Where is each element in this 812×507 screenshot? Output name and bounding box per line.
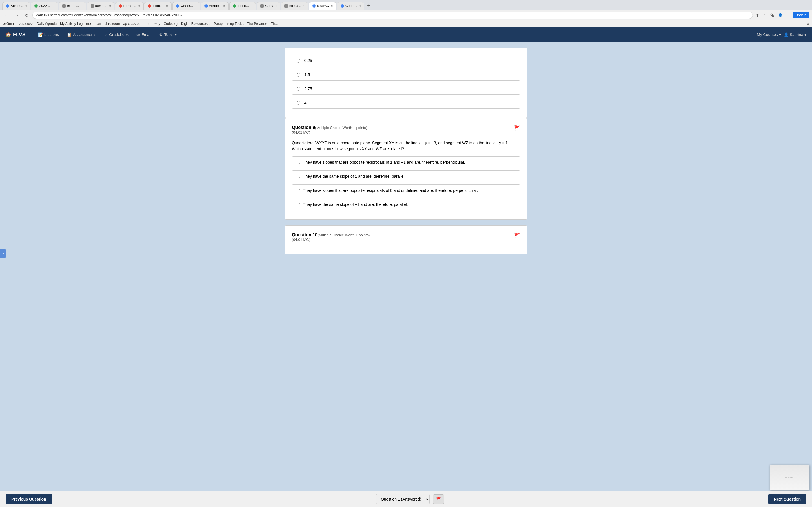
question-selector-area: Question 1 (Answered)Question 2Question …: [376, 494, 444, 504]
bookmark-preamble[interactable]: The Preamble | Th...: [247, 22, 278, 25]
q9-radio-d[interactable]: [297, 203, 300, 207]
bookmark-gmail[interactable]: ✉ Gmail: [3, 22, 15, 25]
tab-close-1[interactable]: ×: [25, 4, 27, 8]
tab-close-8[interactable]: ×: [223, 4, 225, 8]
bookmark-paraphrasing[interactable]: Paraphrasing Tool...: [214, 22, 244, 25]
q8-option-c[interactable]: -2.75: [292, 83, 520, 95]
tab-close-2[interactable]: ×: [52, 4, 54, 8]
q9-radio-b[interactable]: [297, 175, 300, 178]
q8-option-b[interactable]: -1.5: [292, 69, 520, 80]
q8-option-a[interactable]: -0.25: [292, 55, 520, 66]
browser-tab-10[interactable]: Copy ×: [257, 2, 280, 10]
my-courses-dropdown[interactable]: My Courses ▾: [757, 33, 781, 37]
tools-chevron-icon: ▾: [175, 33, 177, 37]
assessments-icon: 📋: [67, 33, 71, 37]
browser-tab-12[interactable]: Exam... ×: [309, 2, 336, 10]
q9-option-b[interactable]: They have the same slope of 1 and are, t…: [292, 170, 520, 182]
nav-email[interactable]: ✉ Email: [133, 27, 155, 42]
next-question-button[interactable]: Next Question: [768, 494, 806, 504]
browser-tab-9[interactable]: Florid... ×: [229, 2, 256, 10]
q9-radio-c[interactable]: [297, 189, 300, 192]
question-9-flag-icon[interactable]: 🚩: [514, 125, 520, 131]
nav-tools[interactable]: ⚙ Tools ▾: [155, 27, 181, 42]
browser-tab-3[interactable]: extrac... ×: [59, 2, 86, 10]
menu-icon[interactable]: ⋮: [785, 12, 791, 18]
nav-gradebook[interactable]: ✓ Gradebook: [100, 27, 133, 42]
q8-radio-a[interactable]: [297, 59, 300, 62]
share-icon[interactable]: ⬆: [755, 12, 760, 18]
question-10-flag-icon[interactable]: 🚩: [514, 232, 520, 238]
browser-tab-13[interactable]: Cours... ×: [337, 2, 364, 10]
browser-tab-5[interactable]: Born a... ×: [115, 2, 144, 10]
bookmark-activity-log[interactable]: My Activity Log: [60, 22, 83, 25]
browser-tab-8[interactable]: Acade... ×: [201, 2, 229, 10]
question-9-title: Question 9: [292, 125, 315, 130]
q9-radio-a[interactable]: [297, 161, 300, 164]
tab-close-12[interactable]: ×: [331, 4, 333, 8]
bookmark-digital-resources[interactable]: Digital Resources...: [181, 22, 210, 25]
bookmark-codeorg[interactable]: Code.org: [164, 22, 177, 25]
bookmarks-more[interactable]: »: [807, 22, 809, 25]
bookmark-ap-classroom[interactable]: ap classroom: [123, 22, 143, 25]
email-icon: ✉: [137, 33, 140, 37]
gmail-icon: ✉: [3, 22, 6, 25]
tab-close-11[interactable]: ×: [303, 4, 305, 8]
bookmark-veracross[interactable]: veracross: [18, 22, 33, 25]
q9-option-a[interactable]: They have slopes that are opposite recip…: [292, 156, 520, 168]
user-menu-dropdown[interactable]: 👤 Sabrina ▾: [784, 33, 806, 37]
q9-option-d[interactable]: They have the same slope of −1 and are, …: [292, 199, 520, 210]
q8-radio-b[interactable]: [297, 73, 300, 76]
address-input[interactable]: [33, 11, 753, 19]
nav-lessons[interactable]: 📝 Lessons: [34, 27, 63, 42]
q8-radio-c[interactable]: [297, 87, 300, 91]
q8-radio-d[interactable]: [297, 101, 300, 105]
update-button[interactable]: Update: [793, 12, 809, 18]
tab-close-13[interactable]: ×: [359, 4, 361, 8]
nav-right: My Courses ▾ 👤 Sabrina ▾: [757, 33, 806, 37]
nav-assessments[interactable]: 📋 Assessments: [63, 27, 100, 42]
user-chevron-icon: ▾: [804, 33, 806, 37]
tab-close-5[interactable]: ×: [138, 4, 140, 8]
flag-question-button[interactable]: 🚩: [433, 494, 444, 504]
question-9-text: Quadrilateral WXYZ is on a coordinate pl…: [292, 140, 520, 152]
bookmark-membean[interactable]: membean: [86, 22, 101, 25]
thumbnail-inner: Preview: [770, 465, 809, 490]
bookmark-mathway[interactable]: mathway: [147, 22, 160, 25]
reload-button[interactable]: ↻: [23, 12, 30, 18]
sidebar-toggle-button[interactable]: ▼: [0, 249, 6, 258]
user-icon: 👤: [784, 33, 789, 37]
main-content: -0.25 -1.5 -2.75 -4 Question 9(Multiple …: [279, 42, 533, 280]
back-button[interactable]: ←: [3, 12, 11, 18]
lessons-icon: 📝: [38, 33, 43, 37]
question-select[interactable]: Question 1 (Answered)Question 2Question …: [376, 494, 430, 504]
forward-button[interactable]: →: [13, 12, 21, 18]
app-brand[interactable]: 🏠 FLVS: [6, 32, 26, 38]
question-9-meta-points: (Multiple Choice Worth 1 points): [315, 126, 367, 130]
tab-close-3[interactable]: ×: [81, 4, 82, 8]
browser-toolbar-icons: ⬆ ☆ 🔌 👤 ⋮ Update: [755, 12, 809, 18]
tab-close-9[interactable]: ×: [251, 4, 252, 8]
tab-close-4[interactable]: ×: [109, 4, 110, 8]
address-bar: ← → ↻ ⬆ ☆ 🔌 👤 ⋮ Update: [0, 10, 812, 20]
question-10-header: Question 10(Multiple Choice Worth 1 poin…: [292, 232, 520, 245]
browser-tab-7[interactable]: Classr... ×: [172, 2, 200, 10]
q9-option-c[interactable]: They have slopes that are opposite recip…: [292, 184, 520, 196]
tab-close-6[interactable]: ×: [166, 4, 168, 8]
browser-tab-11[interactable]: no sla... ×: [281, 2, 308, 10]
new-tab-button[interactable]: +: [365, 2, 372, 10]
bookmark-daily-agenda[interactable]: Daily Agenda: [37, 22, 57, 25]
profile-icon[interactable]: 👤: [777, 12, 783, 18]
browser-tab-6[interactable]: Inbox ... ×: [144, 2, 172, 10]
bookmark-classroom[interactable]: classroom: [104, 22, 120, 25]
question-8-card: -0.25 -1.5 -2.75 -4: [285, 48, 527, 118]
tab-close-10[interactable]: ×: [275, 4, 276, 8]
extension-icon[interactable]: 🔌: [769, 12, 775, 18]
q8-option-d[interactable]: -4: [292, 97, 520, 109]
tab-close-7[interactable]: ×: [195, 4, 196, 8]
browser-tab-2[interactable]: 2022-... ×: [31, 2, 58, 10]
browser-tab-1[interactable]: Acade... ×: [2, 2, 30, 10]
bookmark-icon[interactable]: ☆: [762, 12, 767, 18]
question-10-title: Question 10: [292, 232, 318, 237]
browser-tab-4[interactable]: summ... ×: [87, 2, 114, 10]
previous-question-button[interactable]: Previous Question: [6, 494, 52, 504]
